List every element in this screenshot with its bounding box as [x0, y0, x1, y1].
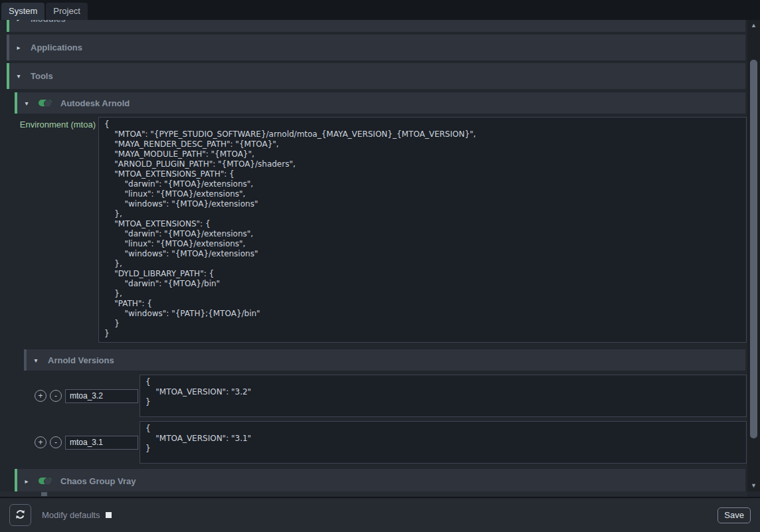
vertical-scrollbar[interactable]: ▲ ▼ — [747, 20, 760, 491]
settings-content: ▸ Modules ▸ Applications ▾ Tools ▾ Autod… — [0, 20, 747, 491]
chevron-down-icon[interactable]: ▾ — [23, 100, 30, 107]
chevron-right-icon[interactable]: ▸ — [15, 20, 22, 23]
settings-scroll-region: ▸ Modules ▸ Applications ▾ Tools ▾ Autod… — [0, 20, 760, 497]
version-row: + - { "MTOA_VERSION": "3.1" } — [24, 421, 747, 464]
section-applications[interactable]: ▸ Applications — [7, 35, 745, 60]
add-version-button[interactable]: + — [35, 390, 47, 402]
section-modules-label: Modules — [31, 20, 66, 24]
chevron-down-icon[interactable]: ▾ — [33, 357, 39, 364]
section-autodesk-arnold[interactable]: ▾ Autodesk Arnold — [15, 92, 745, 114]
scroll-up-icon[interactable]: ▲ — [747, 21, 760, 30]
modify-defaults-checkbox[interactable] — [106, 512, 112, 518]
horizontal-scrollbar[interactable] — [0, 491, 747, 497]
environment-label: Environment (mtoa) — [0, 117, 96, 343]
add-version-button[interactable]: + — [35, 436, 47, 448]
settings-window: System Project ▸ Modules ▸ Applications … — [0, 0, 760, 532]
scroll-down-icon[interactable]: ▼ — [747, 482, 760, 490]
arnold-enabled-toggle[interactable] — [39, 100, 52, 106]
chevron-down-icon[interactable]: ▾ — [15, 72, 22, 80]
horizontal-scrollbar-thumb[interactable] — [41, 492, 47, 496]
section-applications-label: Applications — [31, 43, 82, 52]
version-json-editor[interactable]: { "MTOA_VERSION": "3.2" } — [140, 375, 747, 417]
version-json-editor[interactable]: { "MTOA_VERSION": "3.1" } — [140, 421, 747, 464]
section-arnold-label: Autodesk Arnold — [60, 98, 130, 108]
remove-version-button[interactable]: - — [50, 390, 62, 402]
section-arnold-versions[interactable]: ▾ Arnold Versions — [24, 349, 745, 371]
version-row-controls: + - — [24, 436, 140, 450]
vray-enabled-toggle[interactable] — [39, 478, 52, 484]
section-modules[interactable]: ▸ Modules — [7, 20, 745, 32]
tab-system[interactable]: System — [1, 3, 45, 20]
save-button[interactable]: Save — [717, 507, 751, 523]
tab-bar: System Project — [0, 0, 760, 20]
modify-defaults-label: Modify defaults — [42, 510, 100, 520]
tab-project[interactable]: Project — [46, 3, 87, 20]
section-arnold-versions-label: Arnold Versions — [48, 355, 114, 365]
section-tools-label: Tools — [31, 71, 53, 81]
modify-defaults-control: Modify defaults — [42, 510, 112, 520]
vertical-scrollbar-thumb[interactable] — [750, 60, 757, 438]
version-key-input[interactable] — [65, 389, 138, 403]
refresh-button[interactable] — [9, 504, 31, 526]
environment-row: Environment (mtoa) { "MTOA": "{PYPE_STUD… — [0, 117, 747, 343]
remove-version-button[interactable]: - — [50, 436, 62, 448]
chevron-right-icon[interactable]: ▸ — [15, 44, 22, 51]
version-row: + - { "MTOA_VERSION": "3.2" } — [24, 375, 747, 417]
version-key-input[interactable] — [65, 436, 138, 450]
footer-bar: Modify defaults Save — [0, 497, 760, 532]
refresh-icon — [15, 509, 26, 522]
section-vray-label: Chaos Group Vray — [60, 476, 136, 486]
environment-json-editor[interactable]: { "MTOA": "{PYPE_STUDIO_SOFTWARE}/arnold… — [98, 117, 747, 343]
chevron-right-icon[interactable]: ▸ — [23, 478, 30, 485]
section-chaos-group-vray[interactable]: ▸ Chaos Group Vray — [15, 469, 745, 491]
section-tools[interactable]: ▾ Tools — [7, 63, 745, 89]
version-row-controls: + - — [24, 389, 140, 403]
